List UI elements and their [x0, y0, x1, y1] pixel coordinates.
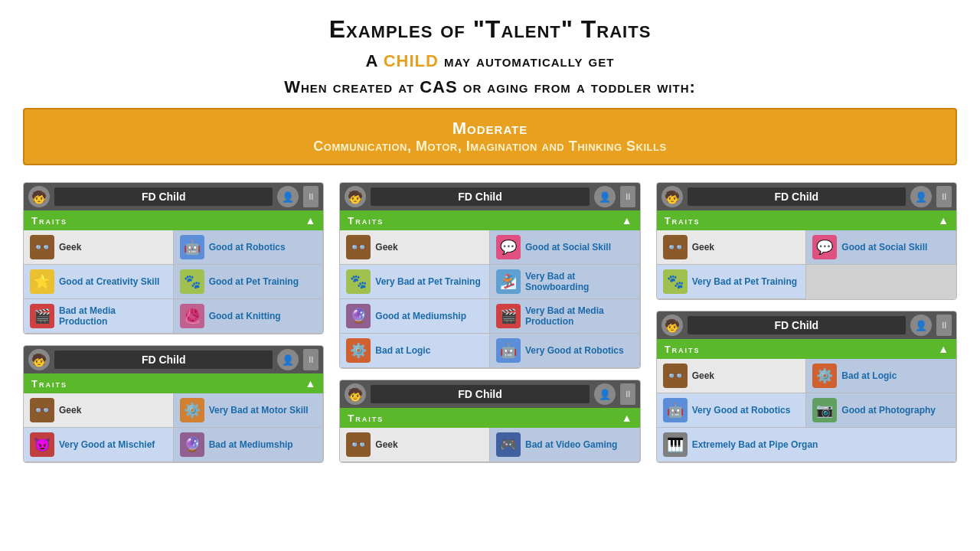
card-4-traits-list: 👓 Geek ⚙️ Very Bad at Motor Skill 😈 Very… [24, 393, 323, 462]
list-item: 📷 Good at Photography [806, 393, 956, 428]
group-icon: 👤 [910, 186, 932, 207]
list-item: 💬 Good at Social Skill [490, 230, 640, 265]
page-title: Examples of "Talent" Traits [23, 15, 957, 44]
traits-label: Traits [348, 412, 384, 424]
social-icon: 💬 [812, 235, 837, 259]
trait-name: Geek [59, 242, 81, 253]
list-item: 👓 Geek [340, 230, 490, 265]
trait-name: Very Bad at Snowboarding [525, 271, 633, 293]
traits-label: Traits [31, 378, 67, 390]
social-icon: 💬 [496, 235, 521, 259]
organ-icon: 🎹 [663, 432, 688, 457]
list-item: ⚙️ Very Bad at Motor Skill [174, 393, 324, 428]
column-1: 🧒 FD Child 👤 ⏸ Traits ▲ 👓 Geek 🤖 [23, 182, 324, 463]
card-4-traits-header[interactable]: Traits ▲ [24, 373, 323, 393]
group-icon: 👤 [594, 186, 616, 207]
knitting-icon: 🧶 [180, 304, 204, 328]
card-3-bot-traits-header[interactable]: Traits ▲ [657, 339, 956, 359]
photography-icon: 📷 [812, 398, 837, 422]
mediumship-icon: 🔮 [346, 304, 371, 328]
traits-arrow: ▲ [622, 412, 632, 424]
trait-name: Very Bad at Pet Training [692, 276, 797, 287]
robotics-icon: 🤖 [496, 338, 521, 363]
list-item: ⚙️ Bad at Logic [340, 334, 490, 368]
card-1-traits-header[interactable]: Traits ▲ [24, 210, 323, 230]
trait-name: Very Good at Mischief [59, 439, 155, 450]
list-item: 🎬 Very Bad at Media Production [490, 299, 640, 334]
trait-name: Good at Mediumship [375, 311, 466, 321]
list-item: 👓 Geek [24, 230, 174, 265]
card-3-bot-traits-list: 👓 Geek ⚙️ Bad at Logic 🤖 Very Good at Ro… [657, 359, 956, 462]
person-icon: 🧒 [345, 383, 366, 405]
trait-name: Geek [375, 242, 397, 253]
card-3-top-title: FD Child [688, 187, 906, 206]
traits-label: Traits [31, 215, 67, 227]
trait-name: Extremely Bad at Pipe Organ [692, 439, 818, 450]
logic-icon: ⚙️ [346, 338, 371, 363]
list-item: 🎮 Bad at Video Gaming [490, 428, 640, 462]
trait-name: Bad at Video Gaming [525, 439, 617, 450]
card-5-title: FD Child [371, 385, 589, 403]
list-item: 🏂 Very Bad at Snowboarding [490, 265, 640, 299]
cards-grid: 🧒 FD Child 👤 ⏸ Traits ▲ 👓 Geek 🤖 [23, 182, 957, 463]
page: Examples of "Talent" Traits A CHILD may … [0, 0, 980, 478]
card-4-title: FD Child [54, 350, 273, 369]
card-3-top-traits-list: 👓 Geek 💬 Good at Social Skill 🐾 Very Bad… [657, 230, 956, 299]
child-word: CHILD [384, 51, 439, 70]
creativity-icon: ⭐ [30, 269, 54, 294]
robotics-icon: 🤖 [663, 398, 688, 422]
pause-icon: ⏸ [936, 186, 952, 207]
card-5-traits-header[interactable]: Traits ▲ [340, 408, 639, 428]
media-icon: 🎬 [496, 304, 521, 328]
video-icon: 🎮 [496, 432, 521, 457]
card-2-traits-list: 👓 Geek 💬 Good at Social Skill 🐾 Very Bad… [340, 230, 639, 368]
list-item: 👓 Geek [657, 230, 807, 265]
list-item: 🐾 Very Bad at Pet Training [340, 265, 490, 299]
card-5-traits-list: 👓 Geek 🎮 Bad at Video Gaming [340, 428, 639, 462]
trait-name: Very Bad at Motor Skill [209, 405, 309, 416]
person-icon: 🧒 [662, 315, 683, 336]
motor-icon: ⚙️ [180, 398, 204, 422]
column-3: 🧒 FD Child 👤 ⏸ Traits ▲ 👓 Geek 💬 [656, 182, 957, 463]
geek-icon: 👓 [346, 432, 371, 457]
card-4-header: 🧒 FD Child 👤 ⏸ [24, 346, 323, 373]
trait-name: Bad at Media Production [59, 305, 167, 328]
list-item: 🐾 Good at Pet Training [174, 265, 324, 299]
card-3-bot-header: 🧒 FD Child 👤 ⏸ [657, 311, 956, 339]
condition-text: When created at CAS or aging from a todd… [23, 77, 957, 97]
list-item: 🐾 Very Bad at Pet Training [657, 265, 807, 299]
traits-arrow: ▲ [938, 343, 949, 355]
group-icon: 👤 [277, 186, 299, 207]
card-1-title: FD Child [54, 187, 273, 206]
card-2: 🧒 FD Child 👤 ⏸ Traits ▲ 👓 Geek 💬 [339, 182, 640, 369]
pause-icon: ⏸ [303, 349, 318, 370]
banner-moderate: Moderate [40, 119, 940, 139]
list-item: 🤖 Very Good at Robotics [657, 393, 807, 428]
trait-name: Geek [692, 242, 714, 253]
mediumship-icon: 🔮 [180, 432, 204, 457]
card-3-bot: 🧒 FD Child 👤 ⏸ Traits ▲ 👓 Geek ⚙️ [656, 311, 957, 463]
card-2-traits-header[interactable]: Traits ▲ [340, 210, 639, 230]
pause-icon: ⏸ [620, 186, 635, 207]
media-icon: 🎬 [30, 304, 54, 328]
trait-name: Geek [692, 370, 714, 381]
trait-name: Very Good at Robotics [525, 345, 624, 356]
trait-name: Very Good at Robotics [692, 405, 791, 416]
pet-icon: 🐾 [180, 269, 204, 294]
traits-label: Traits [665, 215, 701, 227]
pause-icon: ⏸ [303, 186, 318, 207]
trait-name: Good at Social Skill [841, 242, 927, 253]
card-5: 🧒 FD Child 👤 ⏸ Traits ▲ 👓 Geek 🎮 [339, 380, 640, 463]
card-3-bot-title: FD Child [688, 316, 906, 334]
trait-name: Bad at Logic [375, 345, 430, 356]
card-3-top-traits-header[interactable]: Traits ▲ [657, 210, 956, 230]
card-1: 🧒 FD Child 👤 ⏸ Traits ▲ 👓 Geek 🤖 [23, 182, 324, 334]
trait-name: Bad at Logic [841, 370, 897, 381]
list-item: 🔮 Good at Mediumship [340, 299, 490, 334]
card-2-title: FD Child [371, 187, 589, 206]
pause-icon: ⏸ [620, 383, 635, 405]
list-item: 👓 Geek [657, 359, 807, 393]
list-item: 👓 Geek [24, 393, 174, 428]
geek-icon: 👓 [346, 235, 371, 259]
geek-icon: 👓 [30, 398, 54, 422]
